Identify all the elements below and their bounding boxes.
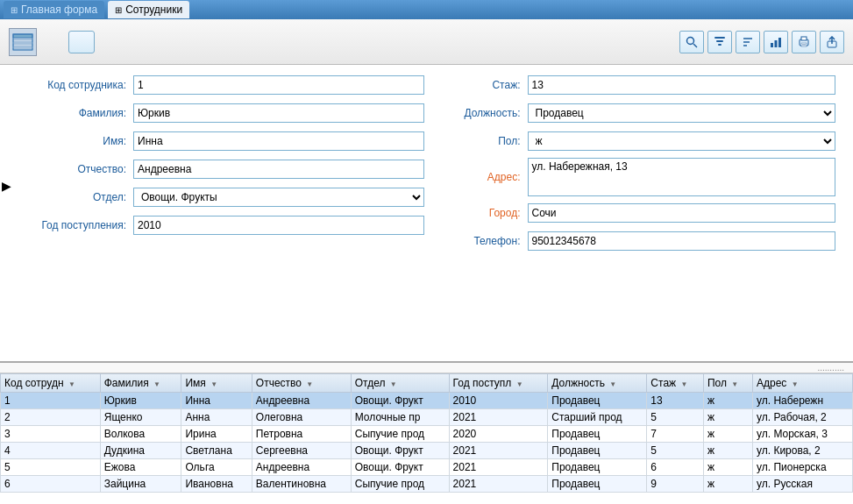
col-header-dept[interactable]: Отдел ▼ (351, 374, 449, 393)
svg-line-6 (693, 44, 697, 47)
col-header-id[interactable]: Код сотрудн ▼ (1, 374, 101, 393)
cell-sex: ж (703, 443, 752, 459)
cell-department: Молочные пр (351, 409, 449, 426)
cell-year: 2021 (449, 476, 548, 493)
input-address[interactable]: ул. Набережная, 13 (528, 158, 836, 196)
svg-rect-9 (718, 44, 721, 46)
col-header-sex[interactable]: Пол ▼ (703, 374, 752, 393)
tab-emp-icon: ⊞ (115, 5, 122, 15)
input-id[interactable] (133, 75, 424, 95)
label-dept: Отдел: (30, 191, 126, 203)
input-exp[interactable] (528, 75, 836, 95)
cell-lastname: Ежова (100, 459, 181, 476)
print-icon-btn[interactable] (792, 31, 816, 53)
table-row[interactable]: 1ЮркивИннаАндреевнаОвощи. Фрукт2010Прода… (1, 393, 853, 409)
filter-icon-btn[interactable] (707, 31, 732, 53)
tab-emp-label: Сотрудники (125, 4, 182, 16)
tab-main-form[interactable]: ⊞ Главная форма (4, 1, 104, 18)
table-header-row: Код сотрудн ▼ Фамилия ▼ Имя ▼ Отчество ▼… (1, 374, 853, 393)
col-header-lastname[interactable]: Фамилия ▼ (100, 374, 181, 393)
col-header-patronymic[interactable]: Отчество ▼ (252, 374, 351, 393)
field-row-exp: Стаж: (442, 74, 836, 96)
field-row-dept: Отдел: Овощи. Фрукты Молочные продукты С… (30, 186, 424, 209)
cell-id: 5 (1, 459, 101, 476)
field-row-lastname: Фамилия: (30, 102, 424, 124)
cell-sex: ж (703, 426, 752, 443)
table-row[interactable]: 4ДудкинаСветланаСергеевнаОвощи. Фрукт202… (1, 443, 853, 459)
title-bar: ⊞ Главная форма ⊞ Сотрудники (0, 0, 853, 19)
label-exp: Стаж: (442, 79, 521, 91)
export-icon-btn[interactable] (820, 31, 844, 53)
tab-employees[interactable]: ⊞ Сотрудники (108, 1, 189, 18)
cell-exp: 6 (647, 459, 704, 476)
col-header-address[interactable]: Адрес ▼ (752, 374, 852, 393)
cell-year: 2020 (449, 426, 548, 443)
select-position[interactable]: Продавец Старший продавец (528, 103, 836, 123)
field-row-firstname: Имя: (30, 130, 424, 153)
table-row[interactable]: 6ЗайцинаИвановнаВалентиновнаСыпучие прод… (1, 476, 853, 493)
input-lastname[interactable] (133, 103, 424, 123)
label-position: Должность: (442, 107, 521, 119)
cell-sex: ж (703, 476, 752, 493)
select-gender[interactable]: ж м (528, 131, 836, 151)
employees-table: Код сотрудн ▼ Фамилия ▼ Имя ▼ Отчество ▼… (0, 373, 853, 493)
input-city[interactable] (528, 203, 836, 223)
label-id: Код сотрудника: (30, 79, 126, 91)
field-row-gender: Пол: ж м (442, 130, 836, 153)
sales-by-employee-button[interactable] (68, 31, 95, 53)
input-phone[interactable] (528, 231, 836, 251)
svg-rect-17 (801, 37, 807, 40)
col-header-firstname[interactable]: Имя ▼ (181, 374, 252, 393)
cell-year: 2021 (449, 443, 548, 459)
cell-lastname: Юркив (100, 393, 181, 409)
cell-patronymic: Валентиновна (252, 476, 351, 493)
cell-position: Продавец (548, 426, 647, 443)
cell-exp: 7 (647, 426, 704, 443)
cell-sex: ж (703, 409, 752, 426)
select-dept[interactable]: Овощи. Фрукты Молочные продукты Сыпучие … (133, 188, 424, 207)
label-patronymic: Отчество: (30, 163, 126, 175)
label-firstname: Имя: (30, 135, 126, 147)
svg-rect-15 (778, 38, 781, 47)
input-firstname[interactable] (133, 131, 424, 151)
table-area[interactable]: ........... Код сотрудн ▼ Фамилия ▼ Имя … (0, 363, 853, 504)
cell-exp: 5 (647, 409, 704, 426)
cell-exp: 9 (647, 476, 704, 493)
table-row[interactable]: 3ВолковаИринаПетровнаСыпучие прод2020Про… (1, 426, 853, 443)
nav-arrow[interactable]: ▶ (2, 179, 11, 193)
field-row-id: Код сотрудника: (30, 74, 424, 96)
col-header-year[interactable]: Год поступл ▼ (449, 374, 548, 393)
field-row-patronymic: Отчество: (30, 158, 424, 181)
input-patronymic[interactable] (133, 160, 424, 179)
cell-patronymic: Сергеевна (252, 443, 351, 459)
form-right-col: Стаж: Должность: Продавец Старший продав… (442, 74, 836, 252)
svg-rect-8 (716, 40, 723, 42)
sort-icon-btn[interactable] (736, 31, 760, 53)
cell-exp: 5 (647, 443, 704, 459)
cell-firstname: Анна (181, 409, 252, 426)
table-row[interactable]: 5ЕжоваОльгаАндреевнаОвощи. Фрукт2021Прод… (1, 459, 853, 476)
cell-id: 4 (1, 443, 101, 459)
chart-icon-btn[interactable] (764, 31, 788, 53)
col-header-exp[interactable]: Стаж ▼ (647, 374, 704, 393)
toolbar-right (679, 31, 844, 53)
col-header-position[interactable]: Должность ▼ (548, 374, 647, 393)
cell-department: Овощи. Фрукт (351, 443, 449, 459)
cell-id: 3 (1, 426, 101, 443)
cell-lastname: Волкова (100, 426, 181, 443)
cell-department: Сыпучие прод (351, 426, 449, 443)
label-address: Адрес: (442, 171, 521, 183)
search-icon-btn[interactable] (679, 31, 704, 53)
cell-firstname: Инна (181, 393, 252, 409)
input-year[interactable] (133, 216, 424, 235)
svg-rect-13 (771, 43, 773, 47)
field-row-position: Должность: Продавец Старший продавец (442, 102, 836, 124)
cell-sex: ж (703, 393, 752, 409)
cell-address: ул. Набережн (752, 393, 852, 409)
cell-exp: 13 (647, 393, 704, 409)
svg-rect-0 (13, 34, 32, 38)
table-row[interactable]: 2ЯщенкоАннаОлеговнаМолочные пр2021Старши… (1, 409, 853, 426)
cell-address: ул. Кирова, 2 (752, 443, 852, 459)
cell-department: Овощи. Фрукт (351, 459, 449, 476)
cell-sex: ж (703, 459, 752, 476)
